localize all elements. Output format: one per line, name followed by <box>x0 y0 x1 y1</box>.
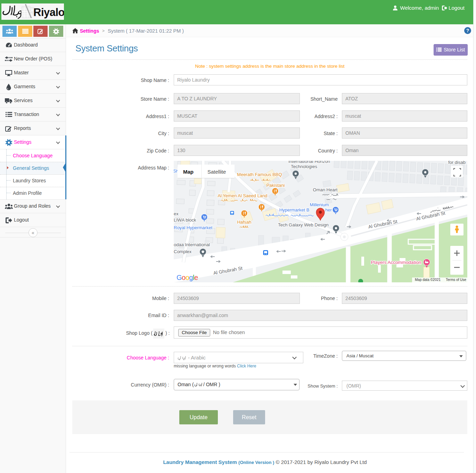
svg-text:ex: ex <box>174 211 179 216</box>
svg-text:Pakistani: Pakistani <box>266 183 285 188</box>
svg-text:Complex: Complex <box>174 249 192 254</box>
svg-text:Map data ©2021: Map data ©2021 <box>415 278 441 282</box>
svg-text:Oman Heart: Oman Heart <box>313 187 338 192</box>
svg-text:Riyalo: Riyalo <box>33 6 64 18</box>
svg-text:Royal Hypermarket: Royal Hypermarket <box>174 225 213 230</box>
svg-text:Hafsah: Hafsah <box>237 219 251 225</box>
svg-text:Satellite: Satellite <box>207 169 226 175</box>
svg-text:International Horizon: International Horizon <box>288 161 330 164</box>
svg-text:LIWA block: LIWA block <box>174 217 196 223</box>
svg-text:Tech Galaxy Web Design: Tech Galaxy Web Design <box>278 222 329 227</box>
svg-text:Map: Map <box>183 169 194 175</box>
svg-text:her: her <box>325 207 332 213</box>
svg-text:odaa International: odaa International <box>174 242 210 247</box>
svg-text:Technologies: Technologies <box>291 164 317 169</box>
svg-text:for disab: for disab <box>448 161 466 165</box>
svg-text:Players Accommodation: Players Accommodation <box>371 260 421 265</box>
svg-text:Al Yemen Al Saeed Land: Al Yemen Al Saeed Land <box>218 193 267 198</box>
svg-text:Millenium: Millenium <box>310 202 329 207</box>
svg-text:Meerath Famous BBQ: Meerath Famous BBQ <box>237 172 282 177</box>
svg-text:Hypermarket B: Hypermarket B <box>279 207 310 213</box>
svg-text:Google: Google <box>177 274 198 281</box>
svg-text:Terms of Use: Terms of Use <box>446 278 466 282</box>
